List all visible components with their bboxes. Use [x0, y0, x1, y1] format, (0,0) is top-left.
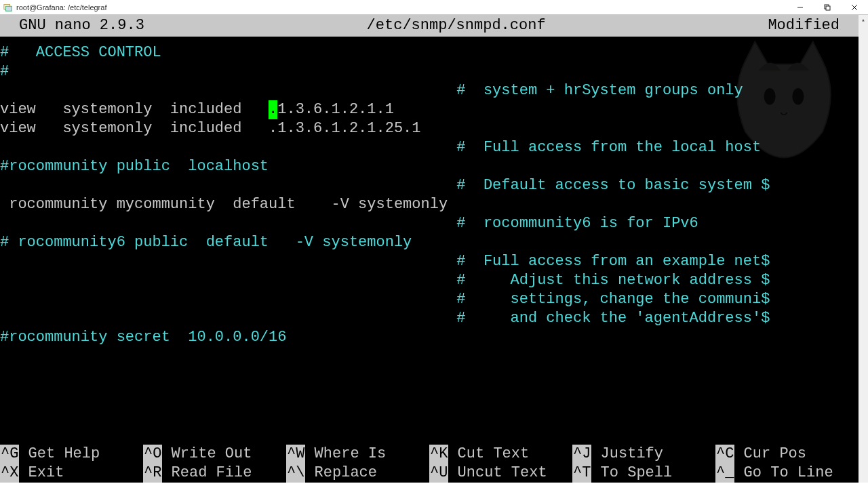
shortcut-write-out[interactable]: ^O Write Out	[143, 445, 286, 464]
text-line: # settings, change the communi$	[0, 290, 859, 309]
maximize-button[interactable]	[814, 0, 841, 15]
text-line: rocommunity mycommunity default -V syste…	[0, 195, 859, 214]
nano-header: GNU nano 2.9.3 /etc/snmp/snmpd.conf Modi…	[0, 15, 859, 37]
text-line: # Full access from an example net$	[0, 252, 859, 271]
text-line: #rocommunity public localhost	[0, 157, 859, 176]
window-buttons	[787, 0, 868, 14]
nano-modified-status: Modified	[768, 16, 859, 35]
window-title: root@Grafana: /etc/telegraf	[16, 3, 787, 12]
nano-version: GNU nano 2.9.3	[0, 16, 144, 35]
shortcut-where-is[interactable]: ^W Where Is	[286, 445, 429, 464]
text-line: # system + hrSystem groups only	[0, 81, 859, 100]
text-line: # Default access to basic system $	[0, 176, 859, 195]
vertical-scrollbar[interactable]: ▴	[859, 15, 868, 483]
shortcut-uncut-text[interactable]: ^U Uncut Text	[429, 464, 572, 483]
svg-rect-1	[6, 6, 12, 11]
text-line: # rocommunity6 is for IPv6	[0, 214, 859, 233]
shortcut-read-file[interactable]: ^R Read File	[143, 464, 286, 483]
shortcut-get-help[interactable]: ^G Get Help	[0, 445, 143, 464]
text-line: # Adjust this network address $	[0, 271, 859, 290]
text-line: view systemonly included .1.3.6.1.2.1.25…	[0, 119, 859, 138]
shortcut-replace[interactable]: ^\ Replace	[286, 464, 429, 483]
text-line: # Full access from the local host	[0, 138, 859, 157]
text-line: #rocommunity secret 10.0.0.0/16	[0, 328, 859, 347]
svg-rect-4	[826, 6, 830, 10]
shortcut-cut-text[interactable]: ^K Cut Text	[429, 445, 572, 464]
window-titlebar: root@Grafana: /etc/telegraf	[0, 0, 868, 15]
minimize-button[interactable]	[787, 0, 814, 15]
shortcut-justify[interactable]: ^J Justify	[572, 445, 715, 464]
close-button[interactable]	[841, 0, 868, 15]
shortcut-to-spell[interactable]: ^T To Spell	[572, 464, 715, 483]
shortcut-go-to-line[interactable]: ^_ Go To Line	[715, 464, 859, 483]
terminal-area[interactable]: GNU nano 2.9.3 /etc/snmp/snmpd.conf Modi…	[0, 15, 859, 483]
cursor: .	[269, 100, 277, 119]
nano-filename: /etc/snmp/snmpd.conf	[144, 16, 768, 35]
text-line: #	[0, 62, 859, 81]
shortcut-cur-pos[interactable]: ^C Cur Pos	[715, 445, 859, 464]
text-line: # rocommunity6 public default -V systemo…	[0, 233, 859, 252]
text-line: view systemonly included .1.3.6.1.2.1.1	[0, 100, 859, 119]
nano-shortcut-bar: ^G Get Help ^O Write Out ^W Where Is ^K …	[0, 445, 859, 483]
text-line: # and check the 'agentAddress'$	[0, 309, 859, 328]
editor-content[interactable]: # ACCESS CONTROL # # system + hrSystem g…	[0, 37, 859, 347]
putty-icon	[3, 2, 14, 13]
shortcut-exit[interactable]: ^X Exit	[0, 464, 143, 483]
text-line: # ACCESS CONTROL	[0, 43, 859, 62]
scroll-up-icon[interactable]: ▴	[859, 15, 868, 24]
